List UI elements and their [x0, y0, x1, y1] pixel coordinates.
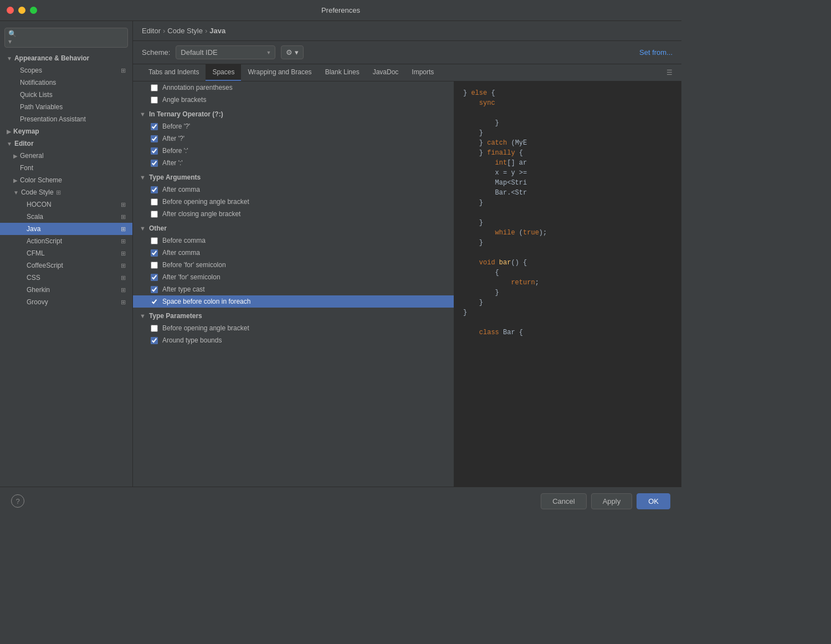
- code-line: void bar() {: [463, 258, 673, 268]
- sidebar-item-cfml[interactable]: CFML ⊞: [0, 247, 132, 259]
- checkbox-angle-brackets[interactable]: Angle brackets: [133, 94, 454, 106]
- scheme-select[interactable]: Default IDE: [176, 45, 275, 59]
- scheme-label: Scheme:: [142, 48, 170, 57]
- sidebar-item-scopes[interactable]: Scopes ⊞: [0, 64, 132, 76]
- checkbox-around-type-bounds-input[interactable]: [151, 337, 158, 344]
- group-other-header[interactable]: ▼ Other: [133, 220, 454, 234]
- checkbox-before-for-semi[interactable]: Before 'for' semicolon: [133, 259, 454, 271]
- checkbox-after-colon-label: After ':': [162, 159, 183, 167]
- sidebar-item-notifications[interactable]: Notifications: [0, 76, 132, 89]
- code-line: [463, 248, 673, 258]
- checkbox-annotation-parens-input[interactable]: [151, 84, 158, 91]
- search-input[interactable]: [21, 34, 124, 42]
- checkbox-space-before-colon-foreach-input[interactable]: [151, 298, 158, 305]
- checkbox-after-colon-input[interactable]: [151, 160, 158, 167]
- checkbox-annotation-parens[interactable]: Annotation parentheses: [133, 81, 454, 94]
- checkbox-before-comma-other-input[interactable]: [151, 237, 158, 244]
- minimize-button[interactable]: [18, 7, 25, 14]
- checkbox-before-for-semi-input[interactable]: [151, 262, 158, 269]
- checkbox-around-type-bounds[interactable]: Around type bounds: [133, 334, 454, 346]
- search-bar[interactable]: 🔍▾: [4, 28, 128, 48]
- sidebar-item-color-scheme[interactable]: ▶ Color Scheme: [0, 174, 132, 186]
- checkbox-after-comma-other[interactable]: After comma: [133, 247, 454, 259]
- group-ternary-header[interactable]: ▼ In Ternary Operator (?:): [133, 106, 454, 120]
- checkbox-before-open-angle-param-input[interactable]: [151, 325, 158, 332]
- tab-spaces[interactable]: Spaces: [206, 64, 241, 81]
- group-type-args-header[interactable]: ▼ Type Arguments: [133, 169, 454, 183]
- sidebar-item-code-style[interactable]: ▼ Code Style ⊞: [0, 186, 132, 198]
- help-button[interactable]: ?: [11, 494, 24, 508]
- sidebar-item-gherkin[interactable]: Gherkin ⊞: [0, 284, 132, 296]
- checkbox-after-question[interactable]: After '?': [133, 132, 454, 145]
- cancel-button[interactable]: Cancel: [541, 493, 586, 509]
- group-type-params-arrow: ▼: [140, 313, 146, 319]
- checkbox-after-for-semi-input[interactable]: [151, 274, 158, 281]
- checkbox-before-question[interactable]: Before '?': [133, 120, 454, 132]
- content-area: Editor › Code Style › Java Scheme: Defau…: [133, 21, 681, 487]
- breadcrumb-editor[interactable]: Editor: [142, 27, 161, 35]
- apply-button[interactable]: Apply: [591, 493, 633, 509]
- tab-javadoc[interactable]: JavaDoc: [366, 64, 406, 81]
- checkbox-after-question-input[interactable]: [151, 135, 158, 142]
- checkbox-after-comma-other-input[interactable]: [151, 249, 158, 257]
- gear-button[interactable]: ⚙ ▾: [281, 45, 304, 59]
- breadcrumb-java: Java: [209, 27, 225, 35]
- tab-blank-lines[interactable]: Blank Lines: [319, 64, 366, 81]
- group-type-args-arrow: ▼: [140, 174, 146, 181]
- tabs-more-icon[interactable]: ☰: [666, 69, 673, 76]
- code-line: {: [463, 268, 673, 278]
- code-line: [463, 208, 673, 218]
- checkbox-after-colon[interactable]: After ':': [133, 157, 454, 169]
- checkbox-before-colon-input[interactable]: [151, 147, 158, 155]
- sidebar-item-quick-lists[interactable]: Quick Lists: [0, 89, 132, 101]
- copy-icon: ⊞: [121, 299, 126, 306]
- group-type-args-label: Type Arguments: [149, 173, 201, 181]
- sidebar-item-font[interactable]: Font: [0, 162, 132, 174]
- tab-tabs-indents[interactable]: Tabs and Indents: [142, 64, 206, 81]
- sidebar-item-appearance-behavior[interactable]: ▼ Appearance & Behavior: [0, 52, 132, 64]
- set-from-link[interactable]: Set from...: [639, 48, 673, 57]
- close-button[interactable]: [7, 7, 14, 14]
- checkbox-after-close-angle[interactable]: After closing angle bracket: [133, 208, 454, 220]
- sidebar-item-coffeescript[interactable]: CoffeeScript ⊞: [0, 259, 132, 272]
- tab-imports[interactable]: Imports: [405, 64, 440, 81]
- checkbox-before-open-angle-input[interactable]: [151, 198, 158, 206]
- checkbox-before-comma-other[interactable]: Before comma: [133, 234, 454, 247]
- checkbox-before-open-angle-param-label: Before opening angle bracket: [162, 324, 249, 332]
- window-controls[interactable]: [7, 7, 37, 14]
- scheme-select-wrapper[interactable]: Default IDE: [176, 45, 275, 59]
- sidebar-item-path-variables[interactable]: Path Variables: [0, 101, 132, 113]
- checkbox-after-for-semi[interactable]: After 'for' semicolon: [133, 271, 454, 283]
- code-line: [463, 318, 673, 328]
- checkbox-angle-brackets-label: Angle brackets: [162, 96, 206, 104]
- ok-button[interactable]: OK: [637, 493, 670, 509]
- sidebar-item-actionscript[interactable]: ActionScript ⊞: [0, 235, 132, 247]
- copy-icon: ⊞: [121, 238, 126, 245]
- sidebar-item-groovy[interactable]: Groovy ⊞: [0, 296, 132, 308]
- sidebar-item-hocon[interactable]: HOCON ⊞: [0, 198, 132, 211]
- checkbox-after-comma-type[interactable]: After comma: [133, 183, 454, 196]
- sidebar-item-editor[interactable]: ▼ Editor: [0, 137, 132, 150]
- sidebar-item-presentation-assistant[interactable]: Presentation Assistant: [0, 113, 132, 125]
- checkbox-after-type-cast-input[interactable]: [151, 286, 158, 293]
- checkbox-after-comma-type-input[interactable]: [151, 186, 158, 193]
- breadcrumb-code-style[interactable]: Code Style: [167, 27, 203, 35]
- checkbox-after-close-angle-input[interactable]: [151, 211, 158, 218]
- checkbox-after-type-cast[interactable]: After type cast: [133, 283, 454, 295]
- checkbox-before-question-input[interactable]: [151, 123, 158, 130]
- sidebar-item-scala[interactable]: Scala ⊞: [0, 211, 132, 223]
- group-ternary-label: In Ternary Operator (?:): [149, 110, 223, 118]
- maximize-button[interactable]: [30, 7, 37, 14]
- checkbox-space-before-colon-foreach[interactable]: Space before colon in foreach: [133, 295, 454, 308]
- checkbox-before-open-angle[interactable]: Before opening angle bracket: [133, 196, 454, 208]
- sidebar-item-css[interactable]: CSS ⊞: [0, 272, 132, 284]
- tab-wrapping-braces[interactable]: Wrapping and Braces: [241, 64, 318, 81]
- checkbox-before-colon[interactable]: Before ':': [133, 145, 454, 157]
- group-type-params-header[interactable]: ▼ Type Parameters: [133, 308, 454, 322]
- sidebar-item-general[interactable]: ▶ General: [0, 150, 132, 162]
- checkbox-angle-brackets-input[interactable]: [151, 96, 158, 104]
- sidebar-item-keymap[interactable]: ▶ Keymap: [0, 125, 132, 137]
- sidebar-item-java[interactable]: Java ⊞: [0, 223, 132, 235]
- checkbox-before-open-angle-param[interactable]: Before opening angle bracket: [133, 322, 454, 334]
- copy-icon: ⊞: [121, 213, 126, 221]
